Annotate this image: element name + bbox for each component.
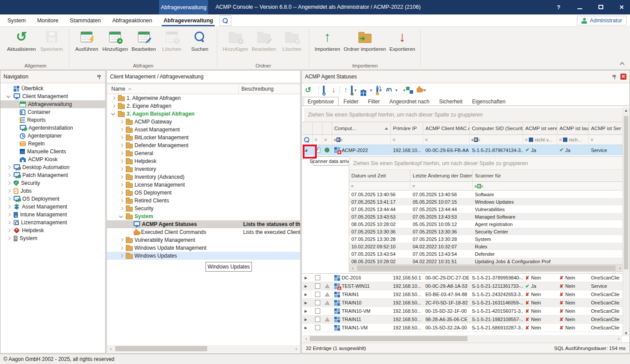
chevron-right-icon[interactable]	[118, 166, 124, 172]
detail-row[interactable]: 08.05.2025 10:28:0205.05.2025 10:05:12Ag…	[349, 220, 623, 228]
tab-ergebnisse[interactable]: Ergebnisse	[303, 97, 339, 106]
detail-row[interactable]: 07.05.2025 13:30:3607.05.2025 13:30:36Se…	[349, 228, 623, 235]
row-checkbox[interactable]	[315, 317, 320, 322]
detail-row[interactable]: 07.05.2025 13:41:1705.05.2025 10:07:15Wi…	[349, 198, 623, 205]
chevron-right-icon[interactable]	[118, 127, 124, 133]
detail-row[interactable]: 07.05.2025 13:43:5307.05.2025 13:43:53Ma…	[349, 213, 623, 220]
chevron-right-icon[interactable]	[6, 165, 11, 170]
web-lock-button[interactable]: ▼	[375, 85, 383, 95]
checkbox-cell[interactable]	[313, 282, 322, 290]
chevron-right-icon[interactable]	[118, 159, 124, 164]
chevron-right-icon[interactable]	[118, 206, 124, 212]
chevron-right-icon[interactable]	[6, 188, 11, 194]
checkbox-cell[interactable]	[313, 324, 322, 332]
refresh-button[interactable]: ↺	[304, 85, 312, 95]
sidebar-item-reports[interactable]: Reports	[0, 116, 105, 124]
ribbon-search-button[interactable]	[219, 15, 231, 26]
sidebar-item-patch-management[interactable]: Patch Management	[0, 171, 105, 179]
table-row-dc-2016[interactable]: ▶DC-2016192.168.50.100-0C-29-DC-27-DES-1…	[302, 274, 629, 282]
sidebar-item-jobs[interactable]: ✓Jobs	[0, 187, 105, 195]
menu-item-abfrageverwaltung[interactable]: Abfrageverwaltung	[158, 14, 219, 26]
detail-row[interactable]: 07.05.2025 13:30:2807.05.2025 13:30:28Sy…	[349, 235, 623, 243]
aktualisieren-button[interactable]: ↺Aktualisieren	[5, 28, 38, 52]
table-row-train1[interactable]: ▶TRAIN1192.168.50...E0-BE-03-47-94-88S-1…	[302, 290, 629, 299]
tree-item-retired-clients[interactable]: Retired Clients	[107, 197, 300, 205]
filter-cell[interactable]: =	[349, 182, 411, 190]
ordner-importieren-button[interactable]: ➔Ordner importieren	[342, 28, 388, 52]
export-down-button[interactable]: ↓	[331, 85, 336, 95]
column-header-comput[interactable]: Comput...	[332, 122, 391, 134]
checkbox-cell[interactable]	[313, 307, 322, 315]
sidebar-item-acmp-kiosk[interactable]: ACMP Kiosk	[0, 155, 105, 163]
tab-eigenschaften[interactable]: Eigenschaften	[467, 97, 510, 106]
pin-icon[interactable]	[96, 74, 102, 80]
filter-cell[interactable]: =	[391, 135, 423, 145]
sidebar-item-lizenzmanagement[interactable]: Lizenzmanagement	[0, 219, 105, 226]
importieren-button[interactable]: ↑Importieren	[313, 28, 342, 52]
filter-cell[interactable]: =nicht v...	[523, 135, 557, 145]
tree-item-os-deployment[interactable]: OS Deployment	[107, 189, 300, 197]
tree-item-3-aagon-beispiel-abfragen[interactable]: 3. Aagon Beispiel Abfragen	[107, 110, 300, 118]
chevron-down-icon[interactable]	[6, 94, 11, 99]
expand-cell[interactable]: ▶	[302, 315, 313, 323]
chevron-right-icon[interactable]	[118, 245, 124, 251]
table-row-acmp-2022[interactable]: ◢ACMP-2022192.168.10...00-0C-29-E6-FB-AA…	[302, 145, 629, 155]
table-row-train10-vm[interactable]: ▶TRAIN10-VM192.168.50...00-15-5D-32-1F-0…	[302, 307, 629, 315]
detail-horizontal-scrollbar[interactable]: ‹ ›	[349, 264, 623, 272]
row-checkbox[interactable]	[315, 308, 320, 314]
tree-item-acmp-agent-statuses[interactable]: ACMP Agent StatusesLists the statuses of…	[107, 220, 300, 228]
detail-column-header-scanner-für[interactable]: Scanner für	[473, 170, 623, 181]
expand-cell[interactable]: ▶	[302, 299, 313, 307]
tree-item-system[interactable]: System	[107, 212, 300, 220]
chevron-down-icon[interactable]	[118, 214, 124, 219]
tree-item-windows-update-management[interactable]: Windows Update Management	[107, 244, 300, 252]
scroll-right-icon[interactable]: ›	[293, 345, 300, 352]
filter-cell[interactable]	[302, 135, 313, 145]
expand-row-icon[interactable]: ▶	[304, 301, 307, 305]
sidebar-item-agenteninstallation[interactable]: Agenteninstallation	[0, 124, 105, 132]
expand-cell[interactable]: ▶	[302, 274, 313, 282]
suchen-button[interactable]: Suchen	[186, 28, 214, 52]
maximize-icon[interactable]	[597, 4, 605, 11]
tree-item-windows-updates[interactable]: Windows Updates	[107, 252, 300, 260]
detail-column-header-letzte-änderung-der-daten[interactable]: Letzte Änderung der Daten	[411, 170, 473, 181]
menu-item-abfrageaktionen[interactable]: Abfrageaktionen	[106, 14, 158, 26]
row-checkbox[interactable]	[315, 300, 320, 305]
chevron-right-icon[interactable]	[118, 151, 124, 156]
row-checkbox[interactable]	[315, 275, 320, 280]
chevron-right-icon[interactable]	[118, 119, 124, 125]
tab-angeordnet-nach[interactable]: Angeordnet nach	[385, 97, 434, 106]
menu-item-stammdaten[interactable]: Stammdaten	[64, 14, 106, 26]
chevron-right-icon[interactable]	[118, 190, 124, 196]
chevron-right-icon[interactable]	[118, 198, 124, 204]
filter-button[interactable]	[327, 85, 329, 95]
scrollbar-thumb[interactable]	[310, 336, 467, 341]
exportieren-button[interactable]: ↓Exportieren	[388, 28, 417, 52]
chevron-right-icon[interactable]	[118, 135, 124, 141]
results-vertical-scrollbar[interactable]: ▲ ▼	[623, 107, 629, 336]
column-header-computer-sid-security[interactable]: Computer SID (Security...	[470, 122, 523, 134]
chevron-right-icon[interactable]	[6, 173, 11, 178]
sidebar-item-asset-management[interactable]: Asset Management	[0, 203, 105, 211]
filter-row[interactable]: ==aBc==aBc=nicht v...=nich...=	[302, 135, 629, 145]
chevron-right-icon[interactable]	[118, 143, 124, 148]
chevron-right-icon[interactable]	[6, 228, 11, 233]
chevron-right-icon[interactable]	[118, 182, 124, 188]
tree-item-inventory-advanced-[interactable]: Inventory (Advanced)	[107, 173, 300, 181]
scrollbar-thumb[interactable]	[624, 116, 628, 269]
chevron-right-icon[interactable]	[110, 95, 116, 101]
pin-icon[interactable]	[612, 74, 617, 80]
help-icon[interactable]: ?	[555, 4, 563, 11]
sidebar-item-system[interactable]: System	[0, 234, 105, 242]
expand-cell[interactable]: ▶	[302, 307, 313, 315]
close-icon[interactable]: ✕	[618, 4, 626, 11]
table-row-test-win11[interactable]: ▶TEST-WIN11192.168.10...00-0C-29-A8-1A-5…	[302, 282, 629, 290]
client-sync-button[interactable]	[409, 85, 411, 95]
menu-item-system[interactable]: System	[2, 14, 32, 26]
chevron-right-icon[interactable]	[118, 253, 124, 259]
sidebar-item-abfrageverwaltung[interactable]: Abfrageverwaltung	[0, 100, 105, 108]
table-row-train11[interactable]: ▶TRAIN11192.168.50...98-28-A6-35-06-CES-…	[302, 315, 629, 324]
sidebar-item-überblick[interactable]: Überblick	[0, 85, 105, 92]
tab-sicherheit[interactable]: Sicherheit	[434, 97, 467, 106]
filter-cell[interactable]: =nich...	[557, 135, 589, 145]
